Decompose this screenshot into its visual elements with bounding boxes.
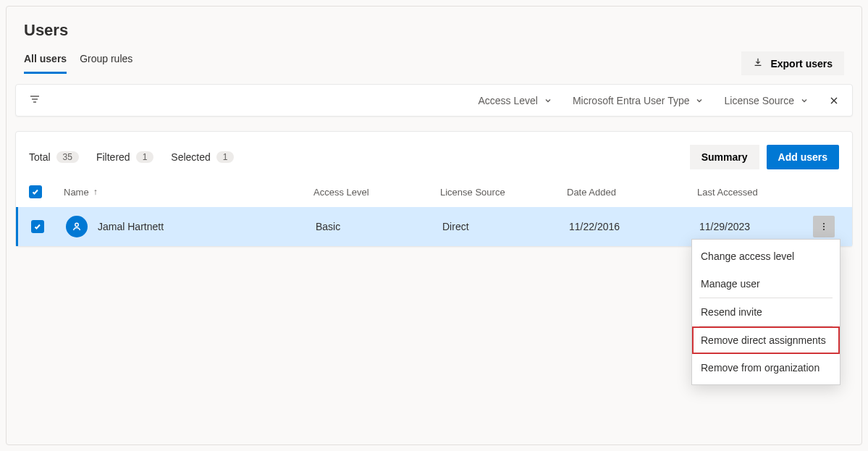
tabs: All users Group rules [24, 53, 132, 74]
svg-point-3 [823, 229, 825, 230]
menu-manage-user[interactable]: Manage user [692, 270, 840, 298]
avatar [66, 216, 88, 237]
context-menu: Change access level Manage user Resend i… [691, 239, 840, 385]
menu-remove-from-organization[interactable]: Remove from organization [692, 354, 840, 382]
users-table-card: Total 35 Filtered 1 Selected 1 Summary A… [15, 131, 853, 247]
summary-button[interactable]: Summary [690, 145, 759, 169]
tab-group-rules[interactable]: Group rules [80, 53, 132, 74]
select-all-checkbox[interactable] [29, 185, 42, 198]
add-users-button[interactable]: Add users [767, 145, 839, 169]
filter-bar: Access Level Microsoft Entra User Type L… [15, 84, 853, 117]
row-checkbox[interactable] [31, 220, 44, 233]
stat-label: Filtered [96, 151, 130, 163]
chevron-down-icon [544, 96, 552, 105]
tab-all-users[interactable]: All users [24, 53, 67, 74]
users-page: Users All users Group rules Export users… [6, 6, 862, 445]
menu-change-access-level[interactable]: Change access level [692, 243, 840, 270]
cell-last-accessed: 11/29/2023 [699, 221, 813, 232]
svg-point-1 [823, 223, 825, 224]
cell-date-added: 11/22/2016 [569, 221, 699, 232]
chevron-down-icon [800, 96, 809, 105]
stat-filtered: Filtered 1 [96, 151, 153, 163]
col-header-last-accessed[interactable]: Last Accessed [697, 187, 813, 198]
stats-row: Total 35 Filtered 1 Selected 1 Summary A… [16, 132, 852, 180]
filter-entra-user-type[interactable]: Microsoft Entra User Type [573, 95, 704, 106]
col-header-license-source[interactable]: License Source [440, 187, 567, 198]
stat-label: Selected [171, 151, 210, 163]
stat-label: Total [29, 151, 51, 163]
export-label: Export users [770, 58, 833, 69]
chevron-down-icon [695, 96, 704, 105]
close-icon[interactable] [829, 96, 839, 106]
stat-count: 1 [216, 151, 235, 163]
cell-access-level: Basic [316, 221, 442, 232]
stat-selected: Selected 1 [171, 151, 234, 163]
filter-label: License Source [724, 95, 794, 106]
sort-ascending-icon: ↑ [93, 187, 98, 197]
col-header-date-added[interactable]: Date Added [567, 187, 697, 198]
cell-license-source: Direct [442, 221, 569, 232]
stat-count: 1 [136, 151, 154, 163]
stat-count: 35 [56, 151, 79, 163]
col-header-name[interactable]: Name ↑ [56, 187, 313, 198]
svg-point-2 [823, 226, 825, 227]
export-users-button[interactable]: Export users [741, 51, 844, 75]
menu-remove-direct-assignments[interactable]: Remove direct assignments [692, 326, 840, 354]
menu-resend-invite[interactable]: Resend invite [692, 298, 840, 326]
page-title: Users [24, 21, 853, 40]
col-header-access-level[interactable]: Access Level [313, 187, 440, 198]
user-name: Jamal Hartnett [98, 221, 164, 232]
filter-label: Microsoft Entra User Type [573, 95, 690, 106]
filter-license-source[interactable]: License Source [724, 95, 809, 106]
download-icon [753, 57, 763, 69]
more-actions-button[interactable] [813, 216, 835, 237]
stat-total: Total 35 [29, 151, 79, 163]
filter-icon[interactable] [29, 93, 41, 107]
table-header: Name ↑ Access Level License Source Date … [16, 180, 852, 207]
svg-point-0 [75, 223, 79, 227]
tab-row: All users Group rules Export users [24, 51, 844, 75]
col-label: Name [64, 187, 89, 198]
filter-label: Access Level [478, 95, 537, 106]
filter-access-level[interactable]: Access Level [478, 95, 552, 106]
